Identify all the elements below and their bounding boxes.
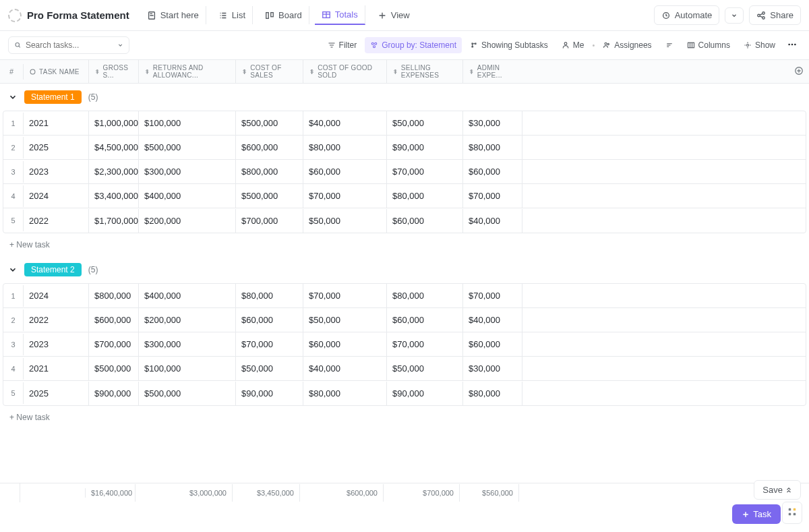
show-button[interactable]: Show [738, 37, 781, 53]
cell-returns[interactable]: $100,000 [139, 357, 236, 380]
new-task-link[interactable]: + New task [0, 406, 809, 429]
search-box[interactable] [8, 36, 129, 54]
cell-cost-good[interactable]: $80,000 [303, 382, 387, 405]
search-input[interactable] [26, 40, 113, 50]
group-by-button[interactable]: Group by: Statement [365, 37, 462, 53]
table-row[interactable]: 52025$900,000$500,000$90,000$80,000$90,0… [3, 381, 806, 405]
cell-cost-sales[interactable]: $500,000 [236, 184, 303, 208]
assignees-button[interactable]: Assignees [597, 37, 657, 53]
cell-name[interactable]: 2022 [24, 209, 89, 233]
cell-cost-sales[interactable]: $500,000 [236, 111, 303, 135]
tab-list[interactable]: List [212, 6, 253, 24]
table-row[interactable]: 52022$1,700,000$200,000$700,000$50,000$6… [3, 208, 806, 233]
cell-name[interactable]: 2025 [24, 382, 89, 405]
cell-selling[interactable]: $70,000 [387, 332, 463, 356]
table-row[interactable]: 32023$2,300,000$300,000$800,000$60,000$7… [3, 160, 806, 184]
cell-admin[interactable]: $60,000 [463, 332, 522, 356]
cell-cost-sales[interactable]: $600,000 [236, 136, 303, 159]
col-header-gross[interactable]: GROSS S... [88, 60, 138, 83]
cell-returns[interactable]: $400,000 [139, 284, 236, 307]
col-header-selling[interactable]: SELLING EXPENSES [386, 60, 462, 83]
cell-cost-sales[interactable]: $700,000 [236, 209, 303, 233]
cell-cost-good[interactable]: $70,000 [303, 184, 387, 208]
cell-name[interactable]: 2021 [24, 111, 89, 135]
cell-admin[interactable]: $80,000 [463, 382, 522, 405]
cell-gross[interactable]: $600,000 [89, 308, 139, 332]
tab-board[interactable]: Board [258, 6, 309, 24]
share-button[interactable]: Share [749, 5, 801, 25]
cell-returns[interactable]: $100,000 [139, 111, 236, 135]
cell-cost-good[interactable]: $60,000 [303, 160, 387, 183]
cell-cost-good[interactable]: $70,000 [303, 284, 387, 307]
tab-start-here[interactable]: Start here [140, 6, 206, 24]
cell-name[interactable]: 2023 [24, 160, 89, 183]
cell-cost-good[interactable]: $40,000 [303, 111, 387, 135]
cell-admin[interactable]: $40,000 [463, 308, 522, 332]
col-header-task-name[interactable]: TASK NAME [23, 64, 88, 80]
cell-gross[interactable]: $2,300,000 [89, 160, 139, 183]
cell-selling[interactable]: $70,000 [387, 160, 463, 183]
subtasks-button[interactable]: Showing Subtasks [465, 37, 553, 53]
table-row[interactable]: 42024$3,400,000$400,000$500,000$70,000$8… [3, 184, 806, 208]
cell-cost-good[interactable]: $50,000 [303, 308, 387, 332]
cell-returns[interactable]: $500,000 [139, 382, 236, 405]
cell-name[interactable]: 2024 [24, 184, 89, 208]
table-row[interactable]: 32023$700,000$300,000$70,000$60,000$70,0… [3, 332, 806, 357]
cell-returns[interactable]: $400,000 [139, 184, 236, 208]
table-row[interactable]: 12021$1,000,000$100,000$500,000$40,000$5… [3, 111, 806, 136]
cell-admin[interactable]: $60,000 [463, 160, 522, 183]
col-header-returns[interactable]: RETURNS AND ALLOWANC... [138, 60, 235, 83]
cell-gross[interactable]: $500,000 [89, 357, 139, 380]
cell-cost-sales[interactable]: $90,000 [236, 382, 303, 405]
cell-cost-sales[interactable]: $70,000 [236, 332, 303, 356]
cell-returns[interactable]: $300,000 [139, 332, 236, 356]
cell-admin[interactable]: $80,000 [463, 136, 522, 159]
cell-name[interactable]: 2024 [24, 284, 89, 307]
more-button[interactable] [783, 37, 801, 54]
cell-gross[interactable]: $900,000 [89, 382, 139, 405]
cell-selling[interactable]: $80,000 [387, 184, 463, 208]
cell-selling[interactable]: $50,000 [387, 357, 463, 380]
group-header[interactable]: Statement 2(5) [0, 256, 809, 283]
cell-cost-good[interactable]: $40,000 [303, 357, 387, 380]
tab-totals[interactable]: Totals [315, 5, 365, 25]
cell-name[interactable]: 2022 [24, 308, 89, 332]
columns-button[interactable]: Columns [682, 37, 736, 53]
save-button[interactable]: Save [754, 480, 801, 490]
cell-cost-sales[interactable]: $50,000 [236, 357, 303, 380]
cell-selling[interactable]: $60,000 [387, 209, 463, 233]
cell-gross[interactable]: $4,500,000 [89, 136, 139, 159]
cell-admin[interactable]: $70,000 [463, 284, 522, 307]
table-row[interactable]: 12024$800,000$400,000$80,000$70,000$80,0… [3, 284, 806, 308]
filter-button[interactable]: Filter [322, 37, 363, 53]
cell-cost-good[interactable]: $60,000 [303, 332, 387, 356]
automate-button[interactable]: Automate [654, 5, 720, 25]
tab-add-view[interactable]: View [371, 6, 417, 24]
cell-cost-sales[interactable]: $60,000 [236, 308, 303, 332]
me-button[interactable]: Me [556, 37, 590, 53]
table-row[interactable]: 22025$4,500,000$500,000$600,000$80,000$9… [3, 136, 806, 160]
group-header[interactable]: Statement 1(5) [0, 84, 809, 111]
workspace-icon[interactable] [8, 9, 22, 22]
cell-gross[interactable]: $800,000 [89, 284, 139, 307]
cell-selling[interactable]: $80,000 [387, 284, 463, 307]
cell-gross[interactable]: $3,400,000 [89, 184, 139, 208]
cell-name[interactable]: 2025 [24, 136, 89, 159]
cell-returns[interactable]: $300,000 [139, 160, 236, 183]
cell-returns[interactable]: $200,000 [139, 308, 236, 332]
chevron-down-icon[interactable] [117, 42, 123, 49]
cell-cost-good[interactable]: $80,000 [303, 136, 387, 159]
cell-returns[interactable]: $500,000 [139, 136, 236, 159]
cell-selling[interactable]: $90,000 [387, 382, 463, 405]
cell-cost-sales[interactable]: $800,000 [236, 160, 303, 183]
cell-admin[interactable]: $40,000 [463, 209, 522, 233]
cell-returns[interactable]: $200,000 [139, 209, 236, 233]
cell-selling[interactable]: $60,000 [387, 308, 463, 332]
cell-selling[interactable]: $50,000 [387, 111, 463, 135]
cell-name[interactable]: 2023 [24, 332, 89, 356]
table-row[interactable]: 22022$600,000$200,000$60,000$50,000$60,0… [3, 308, 806, 332]
col-header-admin[interactable]: ADMIN EXPE... [462, 60, 522, 83]
new-task-link[interactable]: + New task [0, 233, 809, 256]
cell-gross[interactable]: $1,000,000 [89, 111, 139, 135]
col-header-cost-good[interactable]: COST OF GOOD SOLD [303, 60, 386, 83]
